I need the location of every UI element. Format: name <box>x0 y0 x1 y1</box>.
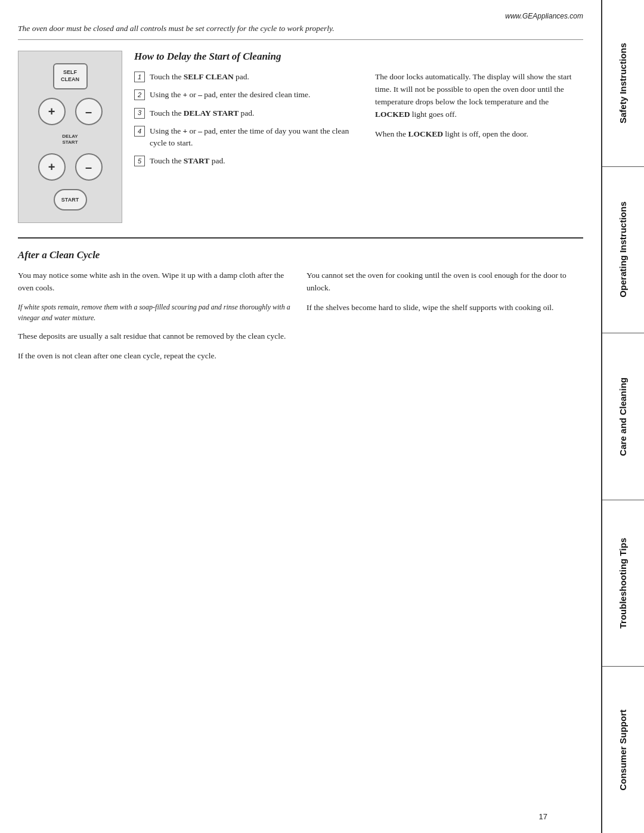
main-content: www.GEAppliances.com The oven door must … <box>0 0 601 833</box>
top-section: SELFCLEAN + – DELAYSTART + – START How t… <box>18 51 583 223</box>
sidebar-section-operating[interactable]: Operating Instructions <box>602 167 644 334</box>
sidebar-label-troubleshooting: Troubleshooting Tips <box>618 538 628 628</box>
step-1: 1 Touch the SELF CLEAN pad. <box>134 71 363 83</box>
minus-button-1: – <box>75 98 103 125</box>
self-clean-label: SELFCLEAN <box>61 69 79 83</box>
start-label: START <box>61 197 79 203</box>
how-to-right-text: The door locks automatically. The displa… <box>375 71 583 174</box>
sidebar-label-consumer: Consumer Support <box>618 710 628 791</box>
how-to-title: How to Delay the Start of Cleaning <box>134 51 583 63</box>
after-para-italic: If white spots remain, remove them with … <box>18 302 295 323</box>
after-clean-right: You cannot set the oven for cooking unti… <box>306 270 583 370</box>
how-to-section: How to Delay the Start of Cleaning 1 Tou… <box>134 51 583 223</box>
sidebar-section-troubleshooting[interactable]: Troubleshooting Tips <box>602 500 644 667</box>
sidebar-section-care[interactable]: Care and Cleaning <box>602 333 644 500</box>
step-5-text: Touch the START pad. <box>150 155 363 167</box>
plus-minus-group-2: + – <box>38 153 103 181</box>
after-para-right-1: You cannot set the oven for cooking unti… <box>306 270 583 295</box>
after-para-4: If the oven is not clean after one clean… <box>18 350 295 363</box>
delay-start-label: DELAYSTART <box>62 134 78 145</box>
plus-minus-group-1: + – <box>38 98 103 125</box>
after-para-3: These deposits are usually a salt residu… <box>18 330 295 343</box>
sidebar: Safety Instructions Operating Instructio… <box>601 0 644 833</box>
after-clean-section: After a Clean Cycle You may notice some … <box>18 249 583 370</box>
website-url: www.GEAppliances.com <box>18 12 583 20</box>
page-number: 17 <box>539 812 547 821</box>
step-3: 3 Touch the DELAY START pad. <box>134 107 363 119</box>
how-to-desc-2: When the LOCKED light is off, open the d… <box>375 128 583 141</box>
after-para-right-2: If the shelves become hard to slide, wip… <box>306 302 583 314</box>
step-5: 5 Touch the START pad. <box>134 155 363 167</box>
step-4-num: 4 <box>134 126 145 137</box>
after-para-1: You may notice some white ash in the ove… <box>18 270 295 295</box>
sidebar-label-care: Care and Cleaning <box>618 377 628 456</box>
section-divider <box>18 237 583 239</box>
step-1-text: Touch the SELF CLEAN pad. <box>150 71 363 83</box>
plus-button-1: + <box>38 98 66 125</box>
start-button: START <box>54 189 87 210</box>
how-to-desc-1: The door locks automatically. The displa… <box>375 71 583 121</box>
after-clean-columns: You may notice some white ash in the ove… <box>18 270 583 370</box>
sidebar-label-operating: Operating Instructions <box>618 202 628 298</box>
how-to-steps: 1 Touch the SELF CLEAN pad. 2 Using the … <box>134 71 363 174</box>
after-clean-title: After a Clean Cycle <box>18 249 583 261</box>
step-4-text: Using the + or – pad, enter the time of … <box>150 125 363 150</box>
step-2-num: 2 <box>134 89 145 100</box>
self-clean-button: SELFCLEAN <box>53 63 88 89</box>
sidebar-label-safety: Safety Instructions <box>618 43 628 123</box>
after-clean-left: You may notice some white ash in the ove… <box>18 270 295 370</box>
step-5-num: 5 <box>134 156 145 166</box>
sidebar-section-safety[interactable]: Safety Instructions <box>602 0 644 167</box>
plus-button-2: + <box>38 153 66 181</box>
step-3-text: Touch the DELAY START pad. <box>150 107 363 119</box>
minus-button-2: – <box>75 153 103 181</box>
step-3-num: 3 <box>134 108 145 119</box>
step-2: 2 Using the + or – pad, enter the desire… <box>134 89 363 101</box>
step-4: 4 Using the + or – pad, enter the time o… <box>134 125 363 150</box>
how-to-columns: 1 Touch the SELF CLEAN pad. 2 Using the … <box>134 71 583 174</box>
control-panel-graphic: SELFCLEAN + – DELAYSTART + – START <box>18 51 122 223</box>
sidebar-section-consumer[interactable]: Consumer Support <box>602 667 644 833</box>
step-1-num: 1 <box>134 72 145 82</box>
intro-text: The oven door must be closed and all con… <box>18 24 583 40</box>
step-2-text: Using the + or – pad, enter the desired … <box>150 89 363 101</box>
